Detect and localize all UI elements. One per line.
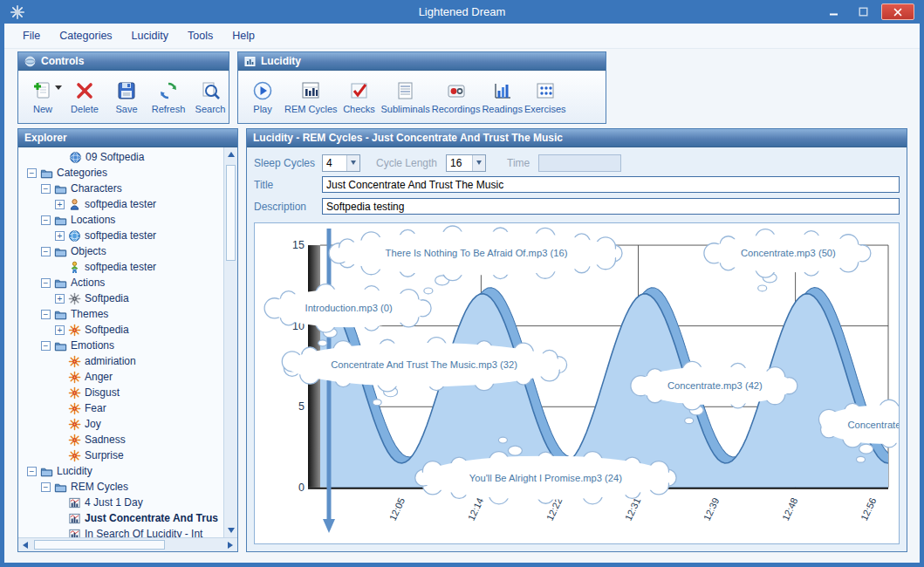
minimize-button[interactable] xyxy=(822,4,845,20)
app-window: Lightened Dream FileCategoriesLucidityTo… xyxy=(0,0,924,567)
toolbar-button-exercises[interactable]: Exercises xyxy=(524,74,566,120)
x-axis-tick-label: 12:48 xyxy=(780,496,799,523)
chart-annotation-cloud[interactable]: Concentrate.mp3 (50) xyxy=(704,229,871,291)
explorer-vertical-scrollbar[interactable] xyxy=(223,147,237,537)
toolbar-button-checks[interactable]: Checks xyxy=(339,74,380,120)
collapse-toggle-icon[interactable]: − xyxy=(41,184,51,194)
collapse-toggle-icon[interactable]: − xyxy=(27,168,37,178)
tree-item-softpedia-tester[interactable]: +softpedia tester xyxy=(18,228,223,243)
tree-item-characters[interactable]: −Characters xyxy=(18,181,223,196)
menu-item-categories[interactable]: Categories xyxy=(50,26,121,45)
rem-cycle-chart: 05101512:0512:1412:2212:3112:3912:4812:5… xyxy=(254,222,900,544)
toolbar-button-delete[interactable]: Delete xyxy=(65,74,105,120)
collapse-toggle-icon[interactable]: − xyxy=(41,310,51,319)
menu-item-tools[interactable]: Tools xyxy=(178,26,222,45)
tree-item-rem-cycles[interactable]: −REM Cycles xyxy=(18,479,223,495)
tree-item-locations[interactable]: −Locations xyxy=(18,212,223,228)
tree-item-themes[interactable]: −Themes xyxy=(18,306,223,322)
tree-item-admiriation[interactable]: admiriation xyxy=(18,353,223,369)
expand-toggle-icon[interactable]: + xyxy=(55,200,65,209)
tree-item-09-softpedia[interactable]: 09 Softpedia xyxy=(18,149,223,165)
title-field[interactable] xyxy=(322,176,900,193)
toolbar-button-refresh[interactable]: Refresh xyxy=(148,74,188,120)
tree-item-categories[interactable]: −Categories xyxy=(18,165,223,181)
tree-item-fear[interactable]: Fear xyxy=(18,400,223,416)
menu-item-help[interactable]: Help xyxy=(222,26,264,45)
x-axis-tick-label: 12:05 xyxy=(387,496,407,523)
horizontal-scroll-thumb[interactable] xyxy=(34,540,165,550)
chart-icon xyxy=(68,528,81,538)
title-bar: Lightened Dream xyxy=(4,0,920,24)
close-button[interactable] xyxy=(881,3,914,20)
collapse-toggle-icon[interactable]: − xyxy=(41,247,51,256)
tree-item-softpedia-tester[interactable]: +softpedia tester xyxy=(18,196,223,212)
expand-toggle-icon[interactable]: + xyxy=(55,294,65,304)
folder-icon xyxy=(54,245,67,258)
tree-item-just-concentrate-and-trus[interactable]: Just Concentrate And Trus xyxy=(18,510,223,526)
toolbar-button-new[interactable]: New xyxy=(23,74,63,120)
explorer-horizontal-scrollbar[interactable] xyxy=(18,537,237,551)
expand-toggle-icon[interactable]: + xyxy=(55,325,65,335)
toolbar-button-play[interactable]: Play xyxy=(243,74,283,120)
scroll-left-arrow-icon[interactable] xyxy=(18,538,32,551)
subliminal-list-icon xyxy=(395,80,416,101)
time-field[interactable] xyxy=(538,154,621,172)
toolbar-button-readings[interactable]: Readings xyxy=(482,74,522,120)
menu-item-file[interactable]: File xyxy=(13,26,50,45)
collapse-toggle-icon[interactable]: − xyxy=(41,341,51,351)
tree-item-surprise[interactable]: Surprise xyxy=(18,447,223,463)
tree-item-softpedia[interactable]: +Softpedia xyxy=(18,322,223,338)
refresh-arrows-icon xyxy=(158,80,179,101)
tree-item-softpedia[interactable]: +Softpedia xyxy=(18,290,223,306)
expand-toggle-icon[interactable]: + xyxy=(55,231,65,241)
tree-item-4-just-1-day[interactable]: 4 Just 1 Day xyxy=(18,495,223,510)
tree-item-sadness[interactable]: Sadness xyxy=(18,432,223,447)
tree-item-in-search-of-lucidity-int[interactable]: In Search Of Lucidity - Int xyxy=(18,526,223,537)
new-dropdown-arrow-icon[interactable] xyxy=(55,85,62,90)
toolbar-button-rem-cycles[interactable]: REM Cycles xyxy=(284,74,338,120)
x-axis-tick-label: 12:39 xyxy=(702,496,721,523)
rem-cycle-chart-svg: 05101512:0512:1412:2212:3112:3912:4812:5… xyxy=(255,223,899,543)
tree-item-disgust[interactable]: Disgust xyxy=(18,385,223,400)
chart-annotation-cloud[interactable]: There Is Nothing To Be Afraid Of.mp3 (16… xyxy=(329,226,622,294)
menu-item-lucidity[interactable]: Lucidity xyxy=(122,26,178,45)
collapse-toggle-icon[interactable]: − xyxy=(41,482,51,492)
sleep-cycles-select[interactable]: 4 xyxy=(322,154,360,172)
collapse-toggle-icon[interactable]: − xyxy=(41,215,51,225)
figure-icon xyxy=(68,261,81,274)
toolbar-button-save[interactable]: Save xyxy=(106,74,147,120)
chevron-down-icon[interactable] xyxy=(346,155,359,171)
burst-icon xyxy=(68,402,81,415)
collapse-toggle-icon[interactable]: − xyxy=(41,278,51,288)
main-panel-header: Lucidity - REM Cycles - Just Concentrate… xyxy=(247,129,907,147)
svg-text:Introduction.mp3 (0): Introduction.mp3 (0) xyxy=(305,303,393,313)
tree-item-anger[interactable]: Anger xyxy=(18,369,223,385)
vertical-scroll-thumb[interactable] xyxy=(226,165,236,261)
tree-item-joy[interactable]: Joy xyxy=(18,416,223,432)
toolbar-button-search[interactable]: Search xyxy=(190,74,229,120)
maximize-button[interactable] xyxy=(852,4,874,20)
y-axis-tick-label: 0 xyxy=(298,482,305,494)
toolbar-button-subliminals[interactable]: Subliminals xyxy=(381,74,430,120)
toolbar-button-recordings[interactable]: Recordings xyxy=(432,74,481,120)
scroll-down-arrow-icon[interactable] xyxy=(224,523,237,537)
lucidity-panel-header: Lucidity xyxy=(238,52,606,71)
folder-icon xyxy=(54,214,67,227)
description-field[interactable] xyxy=(322,198,900,215)
cycle-length-select[interactable]: 16 xyxy=(446,154,486,172)
app-icon xyxy=(10,4,25,20)
collapse-toggle-icon[interactable]: − xyxy=(27,467,37,476)
burst-icon xyxy=(68,371,81,384)
tree-item-actions[interactable]: −Actions xyxy=(18,275,223,290)
svg-text:There Is Nothing To Be Afraid: There Is Nothing To Be Afraid Of.mp3 (16… xyxy=(386,248,568,258)
tree-item-objects[interactable]: −Objects xyxy=(18,243,223,259)
tree-item-emotions[interactable]: −Emotions xyxy=(18,338,223,353)
tree-item-lucidity[interactable]: −Lucidity xyxy=(18,463,223,479)
lucidity-toolbar-panel: Lucidity PlayREM CyclesChecksSubliminals… xyxy=(237,51,606,124)
chevron-down-icon[interactable] xyxy=(472,155,485,171)
rem-cycle-editor-body: Sleep Cycles 4 Cycle Length 16 Time xyxy=(247,147,907,551)
rem-cycle-form: Sleep Cycles 4 Cycle Length 16 Time xyxy=(247,147,907,217)
tree-item-softpedia-tester[interactable]: softpedia tester xyxy=(18,259,223,275)
scroll-up-arrow-icon[interactable] xyxy=(224,147,237,161)
scroll-right-arrow-icon[interactable] xyxy=(223,538,237,551)
